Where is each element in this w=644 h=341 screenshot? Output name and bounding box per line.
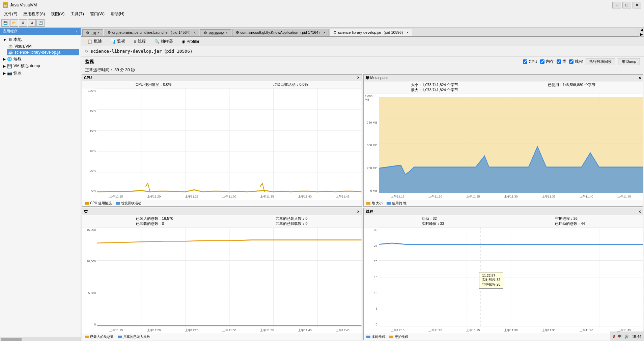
heap-panel-title: 堆 Metaspace	[366, 75, 389, 80]
tab-science[interactable]: ⚙ science-library-develop.jar（pid 10596）…	[330, 29, 412, 36]
window-title: Java VisualVM	[10, 3, 37, 7]
tab-science-close[interactable]: ×	[407, 31, 409, 34]
class-panel-header: 类 ×	[82, 208, 362, 215]
gc-button[interactable]: 执行垃圾回收	[586, 58, 615, 65]
toolbar-btn-4[interactable]: ⚙	[28, 19, 36, 27]
content-area: ⚙ ..0) × ⚙ org.jetbrains.jps.cmdline.Lau…	[81, 28, 644, 341]
toolbar-btn-2[interactable]: 📂	[10, 19, 18, 27]
cpu-checkbox[interactable]	[523, 59, 527, 64]
sidebar-item-snapshot[interactable]: ▶ 📷 快照	[1, 70, 79, 77]
class-panel-legend: 已装入的类总数 共享的已装入类数	[82, 334, 362, 340]
sidebar-item-science[interactable]: ☕ science-library-develop.ja	[7, 49, 79, 55]
tab-visualvm[interactable]: ⚙ VisualVM ×	[200, 29, 231, 36]
heap-panel-stats: 大小：1,073,741,824 个字节 最大：1,073,741,824 个字…	[364, 81, 643, 94]
status-icon-network: 🔊	[624, 334, 629, 339]
monitor-controls: CPU 内存 类 线程 执行垃圾回收 堆 Dump	[523, 58, 640, 65]
sidebar-scrollbar[interactable]	[0, 337, 81, 341]
tab-launcher-label: ..0)	[91, 31, 96, 35]
sidebar-local-group: ☕ VisualVM ☕ science-library-develop.ja	[1, 43, 79, 55]
sub-tab-sampler-label: 抽样器	[161, 38, 173, 44]
cpu-chart-area	[97, 88, 362, 193]
menu-view[interactable]: 视图(V)	[48, 10, 67, 18]
overview-icon: 📋	[87, 39, 92, 44]
thread-legend-daemon-label: 守护线程	[395, 335, 408, 339]
cpu-legend-usage: CPU 使用情况	[85, 201, 112, 206]
cpu-legend-usage-color	[85, 202, 89, 205]
remote-expand-icon: ▶	[3, 57, 6, 61]
tab-cmdlauncher[interactable]: ⚙ org.jetbrains.jps.cmdline.Launcher（pid…	[104, 29, 200, 36]
heap-dump-button[interactable]: 堆 Dump	[618, 58, 640, 65]
sidebar-item-visualvm[interactable]: ☕ VisualVM	[7, 43, 79, 49]
tab-launcher[interactable]: ⚙ ..0) ×	[82, 29, 103, 36]
toolbar-btn-1[interactable]: 💾	[1, 19, 9, 27]
tab-cmdlauncher-label: org.jetbrains.jps.cmdline.Launcher（pid 1…	[112, 30, 193, 35]
sidebar-remote-label: 远程	[13, 56, 22, 62]
vmdump-expand-icon: ▶	[3, 64, 6, 69]
sub-tab-thread[interactable]: ≡ 线程	[130, 37, 149, 46]
local-expand-icon: ▼	[3, 37, 7, 42]
sidebar-item-vmdump[interactable]: ▶ 💾 VM 核心 dump	[1, 62, 79, 70]
monitor-section: 监视 CPU 内存 类 线程	[81, 57, 644, 341]
heap-legend-used-label: 使用的 堆	[392, 201, 407, 206]
class-checkbox[interactable]	[557, 59, 561, 64]
app-icon: ☕	[3, 2, 8, 8]
thread-panel-close[interactable]: ×	[639, 209, 641, 214]
class-legend-loaded: 已装入的类总数	[85, 335, 114, 339]
class-panel-title: 类	[84, 209, 88, 214]
tab-visualvm-close[interactable]: ×	[226, 31, 228, 35]
memory-checkbox[interactable]	[540, 59, 544, 64]
sub-tab-thread-label: 线程	[138, 38, 146, 44]
close-button[interactable]: ✕	[633, 2, 641, 8]
sub-tab-profiler[interactable]: ◉ Profiler	[178, 38, 203, 45]
sub-nav: 📋 概述 📊 监视 ≡ 线程 🔍 抽样器 ◉ Profiler	[81, 37, 644, 46]
tooltip-time: 11:22:57	[482, 274, 500, 278]
sub-tab-overview[interactable]: 📋 概述	[84, 37, 106, 46]
menu-help[interactable]: 帮助(H)	[108, 10, 127, 18]
maximize-button[interactable]: □	[622, 2, 631, 8]
thread-legend-live-color	[366, 336, 370, 338]
class-panel-close[interactable]: ×	[357, 209, 359, 214]
cpu-panel-close[interactable]: ×	[357, 75, 359, 80]
thread-checkbox[interactable]	[569, 59, 573, 64]
status-icon-s: S	[613, 335, 615, 339]
menu-window[interactable]: 窗口(W)	[87, 10, 107, 18]
monitor-header: 监视 CPU 内存 类 线程	[81, 57, 644, 67]
tab-nav-right[interactable]: ▶	[639, 32, 644, 36]
sidebar-item-remote[interactable]: ▶ 🌐 远程	[1, 55, 79, 62]
cpu-panel-legend: CPU 使用情况 垃圾回收活动	[82, 200, 362, 206]
class-checkbox-group: 类	[557, 59, 566, 64]
monitor-label: 监视	[85, 59, 94, 65]
thread-x-axis: 上午11:15 上午11:20 上午11:25 上午11:30 上午11:35 …	[379, 327, 643, 334]
tab-science-label: science-library-develop.jar（pid 10596）	[338, 30, 405, 35]
tab-cmdlauncher-close[interactable]: ×	[194, 31, 196, 34]
menu-file[interactable]: 文件(F)	[1, 10, 20, 18]
menu-tools[interactable]: 工具(T)	[68, 10, 86, 18]
sub-tab-sampler[interactable]: 🔍 抽样器	[151, 37, 177, 46]
title-bar: ☕ Java VisualVM − □ ✕	[0, 0, 644, 10]
uptime-value: 39 分 30 秒	[114, 68, 135, 72]
heap-panel-close[interactable]: ×	[639, 76, 641, 80]
sidebar-item-local[interactable]: ▼ 🖥 本地	[1, 36, 79, 43]
menu-app[interactable]: 应用程序(A)	[21, 10, 48, 18]
minimize-button[interactable]: −	[612, 2, 621, 8]
class-legend-loaded-color	[85, 336, 89, 338]
tab-launcher-close[interactable]: ×	[97, 31, 100, 35]
sub-tab-monitor-label: 监视	[117, 38, 125, 44]
toolbar-btn-5[interactable]: 🔄	[36, 19, 45, 27]
sidebar-close-icon[interactable]: ×	[76, 29, 78, 33]
tooltip-daemon: 守护线程 26	[482, 282, 500, 287]
class-chart-body: 15,000 10,000 5,000 0	[82, 228, 362, 334]
tab-knowapp-label: com.sinosoft.gblfy.KnowApplication（pid 1…	[241, 30, 322, 35]
tab-launcher-icon: ⚙	[86, 31, 89, 35]
sub-tab-monitor[interactable]: 📊 监视	[107, 37, 129, 46]
tab-knowapp-close[interactable]: ×	[324, 31, 326, 34]
class-legend-shared-color	[118, 336, 122, 338]
memory-label: 内存	[546, 59, 554, 64]
sampler-icon: 🔍	[155, 39, 160, 44]
remote-icon: 🌐	[7, 57, 12, 61]
refresh-icon: ↻	[85, 49, 88, 53]
tab-nav-left[interactable]: ◀	[639, 28, 644, 32]
sidebar-science-label: science-library-develop.ja	[15, 50, 60, 55]
tab-knowapp[interactable]: ⚙ com.sinosoft.gblfy.KnowApplication（pid…	[232, 29, 329, 36]
toolbar-btn-3[interactable]: 🖥	[19, 19, 27, 27]
